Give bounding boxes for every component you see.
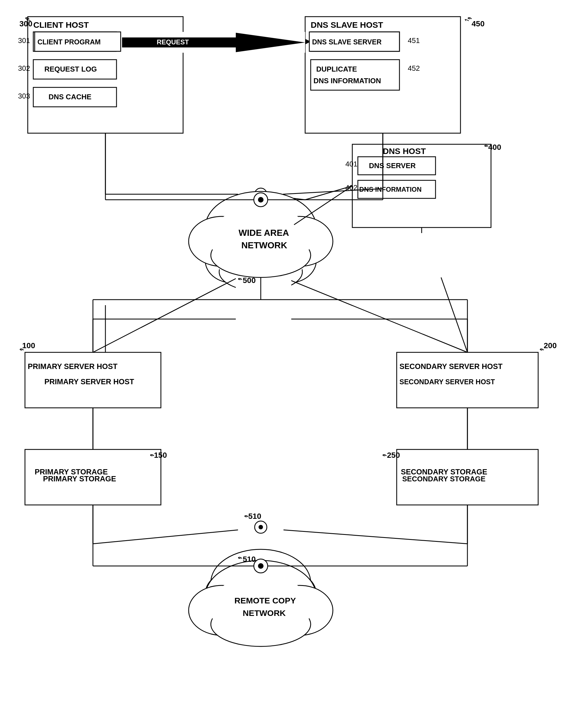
svg-text:510: 510 [243,555,256,564]
svg-point-116 [209,576,312,640]
svg-point-115 [211,602,311,646]
svg-point-100 [254,193,268,207]
svg-text:400: 400 [488,143,501,151]
svg-text:WIDE AREA: WIDE AREA [238,228,289,238]
svg-line-83 [284,530,468,544]
svg-rect-26 [352,144,491,227]
svg-text:DNS INFORMATION: DNS INFORMATION [313,77,381,85]
svg-text:300: 300 [19,19,32,28]
svg-text:150: 150 [154,451,167,459]
svg-point-74 [216,561,305,622]
svg-text:200: 200 [544,341,557,350]
svg-text:500: 500 [243,276,256,285]
svg-text:DNS SLAVE HOST: DNS SLAVE HOST [311,20,383,29]
svg-text:DNS SLAVE SERVER: DNS SLAVE SERVER [313,37,386,46]
svg-rect-16 [311,60,400,90]
svg-line-106 [294,186,352,225]
svg-text:SECONDARY SERVER HOST: SECONDARY SERVER HOST [400,362,503,371]
svg-text:PRIMARY STORAGE: PRIMARY STORAGE [35,468,108,476]
svg-rect-91 [236,275,291,322]
svg-text:CLIENT PROGRAM: CLIENT PROGRAM [38,38,101,46]
svg-line-52 [305,186,352,200]
svg-point-78 [259,525,263,529]
svg-point-73 [219,585,302,624]
svg-text:PRIMARY SERVER HOST: PRIMARY SERVER HOST [28,362,118,371]
svg-text:303: 303 [18,92,30,100]
svg-point-94 [266,216,333,266]
svg-text:301: 301 [18,37,30,45]
svg-line-81 [93,530,238,544]
svg-point-96 [209,207,312,271]
svg-line-84 [93,278,238,352]
svg-text:REQUEST: REQUEST [200,31,235,40]
svg-text:DNS SERVER: DNS SERVER [369,161,416,170]
svg-rect-131 [35,32,121,51]
svg-rect-128 [117,32,305,53]
svg-text:250: 250 [387,451,400,459]
svg-text:NETWORK: NETWORK [241,240,287,250]
svg-text:NETWORK: NETWORK [240,259,283,268]
svg-point-70 [211,549,311,616]
svg-rect-57 [397,352,538,408]
svg-text:SECONDARY SERVER HOST: SECONDARY SERVER HOST [400,378,495,386]
svg-text:NETWORK: NETWORK [244,592,287,601]
svg-point-45 [259,192,263,197]
svg-text:REQUEST LOG: REQUEST LOG [45,65,97,73]
diagram: CLIENT HOST CLIENT PROGRAM REQUEST LOG D… [0,0,572,728]
svg-line-61 [441,278,468,352]
svg-point-77 [255,521,267,533]
svg-text:402: 402 [345,184,357,192]
svg-rect-133 [309,32,400,51]
svg-text:CLIENT PROGRAM: CLIENT PROGRAM [36,37,102,46]
svg-text:500: 500 [249,306,263,315]
diagram-svg: CLIENT HOST CLIENT PROGRAM REQUEST LOG D… [0,0,572,728]
svg-point-112 [205,561,316,633]
svg-text:510: 510 [248,512,261,520]
svg-rect-0 [28,17,183,133]
svg-point-44 [255,188,267,200]
svg-text:PRIMARY STORAGE: PRIMARY STORAGE [43,475,116,483]
svg-text:401: 401 [345,160,357,168]
svg-point-40 [216,227,305,289]
svg-text:DNS INFORMATION: DNS INFORMATION [359,186,422,193]
svg-rect-28 [358,157,435,175]
svg-text:NETWORK: NETWORK [243,608,286,617]
svg-rect-4 [33,60,117,79]
svg-point-72 [261,572,316,616]
svg-text:DNS SLAVE SERVER: DNS SLAVE SERVER [312,38,382,46]
svg-text:DNS CACHE: DNS CACHE [49,93,91,101]
svg-point-114 [266,585,333,635]
svg-text:PRIMARY SERVER HOST: PRIMARY SERVER HOST [45,378,134,386]
svg-rect-14 [311,32,400,51]
svg-point-95 [211,233,311,278]
svg-text:452: 452 [408,64,420,72]
svg-rect-54 [25,352,161,408]
svg-line-53 [283,197,305,200]
svg-rect-12 [305,17,460,133]
svg-line-85 [284,278,468,352]
svg-text:WIDE AREA: WIDE AREA [240,248,287,257]
svg-rect-2 [33,32,117,51]
svg-point-93 [189,216,255,266]
svg-rect-65 [397,449,538,505]
svg-text:CLIENT HOST: CLIENT HOST [33,20,89,29]
svg-rect-30 [358,180,435,198]
svg-text:SECONDARY STORAGE: SECONDARY STORAGE [402,475,486,483]
svg-text:450: 450 [472,19,485,28]
svg-text:302: 302 [18,64,30,72]
svg-text:DNS HOST: DNS HOST [383,146,426,156]
svg-rect-6 [33,87,117,107]
svg-point-101 [258,197,264,203]
svg-text:REMOTE COPY: REMOTE COPY [240,581,301,590]
svg-text:REQUEST: REQUEST [157,38,189,46]
svg-point-71 [205,572,261,616]
svg-point-120 [258,563,264,569]
svg-rect-62 [25,449,161,505]
svg-line-49 [283,189,383,194]
svg-point-38 [219,252,302,291]
svg-point-36 [205,239,261,283]
svg-point-119 [254,559,268,573]
svg-point-113 [189,585,255,635]
svg-text:REMOTE COPY: REMOTE COPY [234,596,296,605]
svg-point-92 [205,192,316,264]
